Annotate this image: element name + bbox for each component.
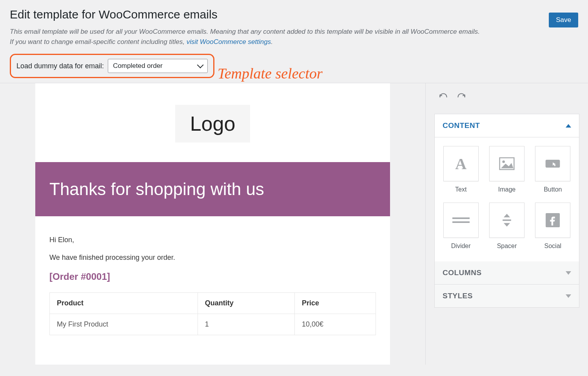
save-button[interactable]: Save	[549, 13, 578, 27]
svg-point-1	[502, 161, 505, 163]
page-description: This email template will be used for all…	[10, 27, 480, 47]
block-image-label: Image	[498, 186, 515, 193]
svg-marker-4	[504, 214, 510, 217]
canvas-area: Logo Thanks for shopping with us Hi Elon…	[0, 83, 425, 365]
block-social-label: Social	[544, 243, 562, 250]
caret-down-icon	[566, 294, 571, 298]
panel-content-header[interactable]: CONTENT	[435, 114, 579, 137]
caret-up-icon	[566, 124, 571, 128]
panel-content: CONTENT A Text Image	[434, 114, 579, 308]
workspace: Logo Thanks for shopping with us Hi Elon…	[0, 83, 588, 365]
button-icon	[535, 146, 570, 181]
panel-styles-header[interactable]: STYLES	[435, 285, 579, 307]
followup-line: We have finished processing your order.	[49, 254, 376, 262]
svg-marker-6	[504, 223, 510, 226]
email-body: Hi Elon, We have finished processing you…	[35, 216, 390, 335]
panel-content-body: A Text Image Button	[435, 137, 579, 261]
panel-columns-title: COLUMNS	[443, 268, 482, 277]
description-end: .	[271, 38, 273, 46]
email-canvas[interactable]: Logo Thanks for shopping with us Hi Elon…	[35, 83, 390, 365]
block-image[interactable]: Image	[488, 146, 526, 193]
dummy-data-label: Load dummy data for email:	[16, 62, 104, 70]
panel-content-title: CONTENT	[443, 121, 480, 130]
email-header-banner[interactable]: Thanks for shopping with us	[35, 162, 390, 216]
template-selector-highlight: Load dummy data for email: Completed ord…	[10, 54, 214, 78]
select-value: Completed order	[113, 62, 163, 69]
greeting-line: Hi Elon,	[49, 236, 376, 244]
block-spacer-label: Spacer	[497, 243, 517, 250]
panel-styles-title: STYLES	[443, 292, 473, 300]
logo-block: Logo	[35, 83, 390, 154]
annotation-label: Template selector	[218, 65, 323, 82]
email-template-select[interactable]: Completed order	[108, 59, 208, 73]
block-divider[interactable]: Divider	[442, 203, 480, 250]
panel-columns-header[interactable]: COLUMNS	[435, 261, 579, 285]
text-icon: A	[443, 146, 479, 181]
svg-rect-5	[503, 219, 511, 221]
spacer-icon	[489, 203, 524, 238]
block-spacer[interactable]: Spacer	[488, 203, 526, 250]
cell-price: 10,00€	[295, 314, 376, 335]
block-social[interactable]: Social	[534, 203, 572, 250]
col-product: Product	[50, 293, 198, 314]
order-heading: [Order #0001]	[49, 271, 376, 282]
page-title: Edit template for WooCommerce emails	[10, 8, 578, 21]
image-icon	[489, 146, 524, 181]
table-header-row: Product Quantity Price	[50, 293, 376, 314]
svg-marker-2	[501, 163, 514, 168]
col-price: Price	[295, 293, 376, 314]
divider-icon	[443, 203, 479, 238]
undo-icon[interactable]	[438, 91, 448, 101]
table-row: My First Product 1 10,00€	[50, 314, 376, 335]
order-table: Product Quantity Price My First Product …	[49, 292, 376, 335]
redo-icon[interactable]	[456, 91, 466, 101]
cell-quantity: 1	[198, 314, 294, 335]
logo-placeholder[interactable]: Logo	[175, 105, 250, 142]
col-quantity: Quantity	[198, 293, 294, 314]
undo-redo-group	[438, 91, 579, 101]
block-divider-label: Divider	[451, 243, 471, 250]
block-text-label: Text	[455, 186, 466, 193]
social-icon	[535, 203, 570, 238]
block-grid: A Text Image Button	[442, 146, 572, 250]
block-button[interactable]: Button	[534, 146, 572, 193]
sidebar: CONTENT A Text Image	[425, 83, 588, 365]
caret-down-icon	[566, 271, 571, 275]
cell-product: My First Product	[50, 314, 198, 335]
block-text[interactable]: A Text	[442, 146, 480, 193]
woocommerce-settings-link[interactable]: visit WooCommerce settings	[187, 38, 271, 46]
block-button-label: Button	[544, 186, 562, 193]
